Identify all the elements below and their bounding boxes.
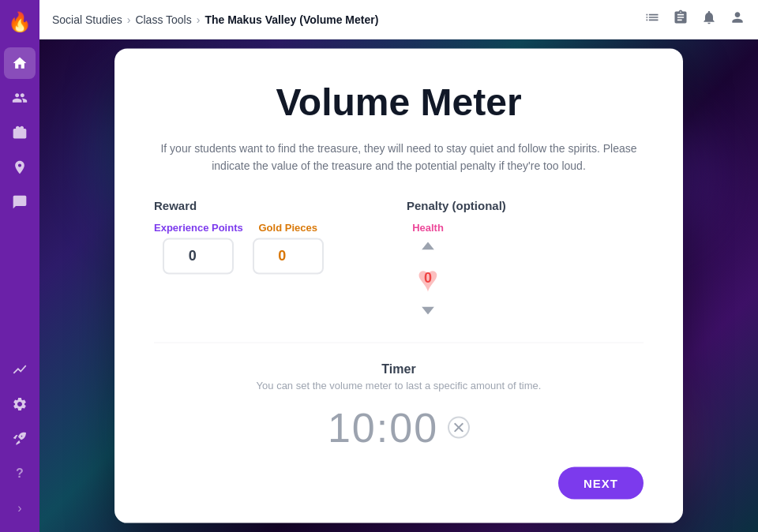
reward-label: Reward [154,198,391,212]
penalty-section: Penalty (optional) Health ♥ 0 [407,198,644,318]
sidebar-item-briefcase[interactable] [4,117,36,148]
user-icon[interactable] [730,9,745,29]
sidebar-logo[interactable]: 🔥 [6,8,34,36]
timer-display: 10:00 [154,403,644,451]
clipboard-icon[interactable] [673,9,689,29]
reward-penalty-row: Reward Experience Points Gold Pieces [154,198,644,318]
timer-section: Timer You can set the volume meter to la… [154,362,644,451]
sidebar-item-pin[interactable] [4,152,36,183]
volume-meter-modal: Volume Meter If your students want to fi… [114,49,683,523]
timer-hint: You can set the volume meter to last a s… [154,379,644,391]
health-stepper: ♥ 0 [407,238,449,318]
gold-field-group: Gold Pieces [253,221,324,274]
sidebar-item-help[interactable]: ? [4,458,36,489]
bell-icon[interactable] [701,9,717,29]
breadcrumb-class-tools[interactable]: Class Tools [135,13,191,26]
breadcrumb-social-studies[interactable]: Social Studies [52,13,122,26]
health-value: 0 [424,270,432,287]
sidebar-item-analytics[interactable] [4,354,36,385]
penalty-label: Penalty (optional) [407,198,644,212]
breadcrumb-current: The Makus Valley (Volume Meter) [205,13,378,26]
divider [154,342,644,343]
health-decrement-button[interactable] [418,302,437,318]
sidebar-item-rocket[interactable] [4,423,36,455]
topbar: Social Studies › Class Tools › The Makus… [39,0,758,39]
timer-value[interactable]: 10:00 [328,403,438,451]
sidebar-expand[interactable]: › [4,493,36,524]
health-label: Health [412,221,444,233]
breadcrumb-sep-2: › [197,13,201,26]
reward-fields: Experience Points Gold Pieces [154,221,391,274]
sidebar-item-users[interactable] [4,82,36,114]
xp-label: Experience Points [154,221,243,233]
timer-close-button[interactable] [448,416,470,438]
breadcrumb-sep-1: › [127,13,131,26]
xp-field-group: Experience Points [154,221,243,274]
gold-label: Gold Pieces [259,221,317,233]
modal-title: Volume Meter [154,81,644,124]
topbar-actions [644,9,745,29]
health-increment-button[interactable] [418,238,437,253]
timer-label: Timer [154,362,644,376]
main-content: Social Studies › Class Tools › The Makus… [39,0,758,532]
health-field-group: Health ♥ 0 [407,221,449,318]
content-area: Volume Meter If your students want to fi… [39,39,758,532]
list-icon[interactable] [644,9,660,29]
xp-input[interactable] [163,238,234,274]
penalty-fields: Health ♥ 0 [407,221,644,318]
reward-section: Reward Experience Points Gold Pieces [154,198,391,318]
sidebar-item-settings[interactable] [4,388,36,420]
health-display: ♥ 0 [407,257,449,299]
breadcrumb: Social Studies › Class Tools › The Makus… [52,13,378,26]
sidebar-item-chat[interactable] [4,186,36,218]
sidebar-item-home[interactable] [4,47,36,79]
sidebar: 🔥 ? › [0,0,39,532]
next-button[interactable]: NEXT [558,466,644,499]
modal-footer: NEXT [154,466,644,499]
gold-input[interactable] [253,238,324,274]
modal-subtitle: If your students want to find the treasu… [154,140,644,175]
